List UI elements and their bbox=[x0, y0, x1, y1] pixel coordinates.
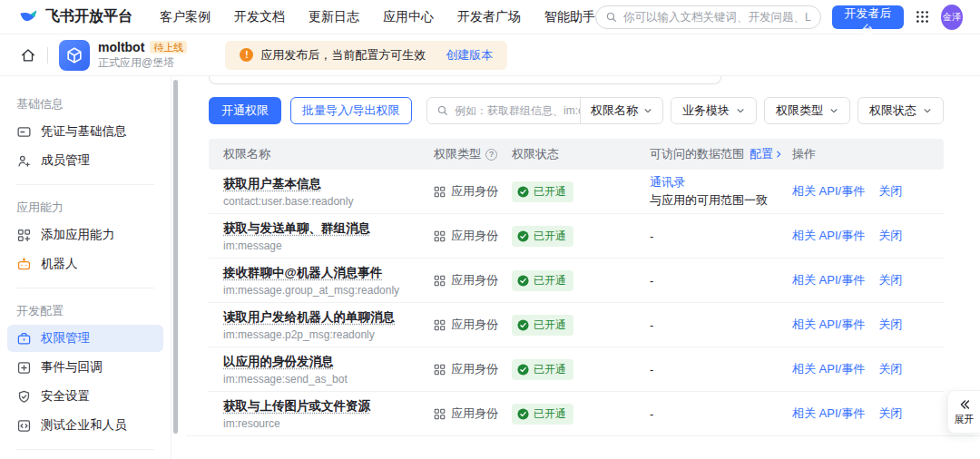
related-api-link[interactable]: 相关 API/事件 bbox=[792, 361, 865, 377]
check-circle-icon bbox=[517, 319, 529, 331]
filter-business-module[interactable]: 业务模块 bbox=[671, 97, 757, 124]
avatar[interactable]: 金泽 bbox=[941, 5, 963, 30]
permission-name[interactable]: 接收群聊中@机器人消息事件 bbox=[223, 265, 382, 281]
open-permission-button[interactable]: 开通权限 bbox=[209, 97, 281, 124]
check-circle-icon bbox=[517, 275, 529, 287]
create-version-link[interactable]: 创建版本 bbox=[446, 47, 493, 63]
sidebar-item-members[interactable]: 成员管理 bbox=[7, 147, 163, 174]
app-identity-icon bbox=[434, 186, 446, 198]
sidebar-item-test-users[interactable]: 测试企业和人员 bbox=[7, 412, 163, 439]
scope-text: 与应用的可用范围一致 bbox=[650, 192, 792, 209]
apps-grid-icon[interactable] bbox=[915, 9, 930, 24]
scope-text: - bbox=[650, 407, 792, 421]
scope-link[interactable]: 通讯录 bbox=[650, 174, 685, 190]
robot-icon bbox=[16, 257, 32, 272]
permission-toolbar: 开通权限 批量导入/导出权限 权限名称 业务模块 权限类型 bbox=[209, 97, 944, 124]
close-permission-link[interactable]: 关闭 bbox=[878, 317, 902, 333]
permission-search-input[interactable] bbox=[455, 104, 580, 117]
nav-link-assistant[interactable]: 智能助手 bbox=[544, 9, 595, 25]
search-field-selector[interactable]: 权限名称 bbox=[581, 103, 662, 119]
code-brackets-icon bbox=[16, 418, 32, 434]
permission-code: contact:user.base:readonly bbox=[223, 195, 434, 208]
related-api-link[interactable]: 相关 API/事件 bbox=[792, 317, 865, 333]
permission-name[interactable]: 获取用户基本信息 bbox=[223, 176, 321, 192]
row-operations: 相关 API/事件 关闭 bbox=[792, 405, 929, 422]
sidebar-item-security[interactable]: 安全设置 bbox=[7, 383, 163, 410]
filter-permission-type[interactable]: 权限类型 bbox=[764, 97, 850, 124]
chevron-down-icon bbox=[643, 106, 652, 115]
app-subtitle: 正式应用@堡塔 bbox=[98, 57, 187, 70]
sidebar-item-add-capability[interactable]: 添加应用能力 bbox=[7, 221, 163, 249]
related-api-link[interactable]: 相关 API/事件 bbox=[792, 228, 865, 244]
permission-name[interactable]: 获取与上传图片或文件资源 bbox=[223, 398, 370, 415]
scope-text: - bbox=[650, 274, 792, 288]
help-circle-icon[interactable]: ? bbox=[485, 149, 497, 161]
row-operations: 相关 API/事件 关闭 bbox=[792, 361, 929, 377]
divider bbox=[47, 47, 48, 63]
sidebar-section-capability: 应用能力 bbox=[16, 200, 171, 216]
check-circle-icon bbox=[517, 408, 529, 420]
close-permission-link[interactable]: 关闭 bbox=[878, 272, 902, 288]
related-api-link[interactable]: 相关 API/事件 bbox=[792, 183, 865, 200]
home-icon[interactable] bbox=[20, 47, 36, 63]
chevron-down-icon bbox=[923, 106, 932, 115]
related-api-link[interactable]: 相关 API/事件 bbox=[792, 405, 865, 422]
nav-link-changelog[interactable]: 更新日志 bbox=[309, 9, 359, 25]
global-search[interactable] bbox=[595, 5, 821, 29]
nav-link-app-center[interactable]: 应用中心 bbox=[383, 9, 434, 25]
check-circle-icon bbox=[517, 364, 529, 376]
expand-panel-button[interactable]: 展开 bbox=[947, 390, 980, 434]
close-permission-link[interactable]: 关闭 bbox=[878, 405, 902, 422]
permission-code: im:message bbox=[223, 239, 434, 252]
nav-link-dev-plaza[interactable]: 开发者广场 bbox=[457, 9, 521, 25]
permission-table-body: 获取用户基本信息 contact:user.base:readonly 应用身份… bbox=[209, 170, 944, 436]
sidebar-item-events[interactable]: 事件与回调 bbox=[7, 354, 163, 381]
close-permission-link[interactable]: 关闭 bbox=[878, 183, 902, 200]
sidebar: 基础信息 凭证与基础信息 成员管理 应用能力 添加应用能力 机器人 开发配置 权… bbox=[0, 76, 172, 459]
header-type: 权限类型 ? bbox=[434, 146, 512, 162]
global-search-input[interactable] bbox=[623, 11, 811, 24]
related-api-link[interactable]: 相关 API/事件 bbox=[792, 272, 865, 288]
sidebar-item-credentials[interactable]: 凭证与基础信息 bbox=[7, 118, 163, 145]
permission-code: im:message.group_at_msg:readonly bbox=[223, 284, 434, 297]
banner-text: 应用发布后，当前配置方可生效 bbox=[260, 47, 426, 63]
member-add-icon bbox=[16, 153, 32, 169]
publish-warning-banner: ! 应用发布后，当前配置方可生效 创建版本 bbox=[225, 41, 507, 70]
header-ops: 操作 bbox=[792, 146, 929, 162]
row-operations: 相关 API/事件 关闭 bbox=[792, 228, 929, 244]
header-name: 权限名称 bbox=[223, 146, 434, 162]
permission-type-cell: 应用身份 bbox=[434, 228, 512, 244]
close-permission-link[interactable]: 关闭 bbox=[878, 228, 902, 244]
row-operations: 相关 API/事件 关闭 bbox=[792, 272, 929, 288]
nav-link-docs[interactable]: 开发文档 bbox=[234, 9, 285, 25]
top-navbar: 飞书开放平台 客户案例 开发文档 更新日志 应用中心 开发者广场 智能助手 开发… bbox=[0, 0, 980, 34]
divider bbox=[16, 449, 154, 450]
sidebar-item-bot[interactable]: 机器人 bbox=[7, 250, 163, 278]
close-permission-link[interactable]: 关闭 bbox=[878, 361, 902, 377]
scope-text: - bbox=[650, 230, 792, 243]
scrollbar[interactable] bbox=[173, 80, 178, 434]
sidebar-section-basic: 基础信息 bbox=[16, 96, 171, 112]
status-badge: 已开通 bbox=[512, 315, 573, 336]
scrolled-card-edge bbox=[209, 76, 721, 84]
feishu-logo-icon bbox=[18, 6, 39, 27]
shield-check-icon bbox=[16, 389, 32, 405]
status-badge: 已开通 bbox=[512, 181, 573, 202]
main-content: 开通权限 批量导入/导出权限 权限名称 业务模块 权限类型 bbox=[172, 76, 980, 459]
permission-name[interactable]: 以应用的身份发消息 bbox=[223, 354, 334, 370]
briefcase-icon bbox=[16, 331, 32, 347]
brand[interactable]: 飞书开放平台 bbox=[18, 6, 132, 27]
dev-console-button[interactable]: 开发者后台 bbox=[832, 5, 905, 29]
nav-link-cases[interactable]: 客户案例 bbox=[160, 9, 211, 25]
filter-permission-status[interactable]: 权限状态 bbox=[858, 97, 944, 124]
app-identity-icon bbox=[434, 275, 446, 287]
permission-code: im:resource bbox=[223, 417, 434, 430]
app-identity-icon bbox=[434, 364, 446, 376]
permission-name[interactable]: 读取用户发给机器人的单聊消息 bbox=[223, 309, 395, 326]
permission-type-cell: 应用身份 bbox=[434, 317, 512, 333]
batch-import-export-button[interactable]: 批量导入/导出权限 bbox=[290, 97, 412, 124]
permission-name[interactable]: 获取与发送单聊、群组消息 bbox=[223, 220, 370, 237]
scope-config-link[interactable]: 配置 bbox=[750, 146, 783, 162]
sidebar-item-permissions[interactable]: 权限管理 bbox=[7, 325, 163, 352]
brand-title: 飞书开放平台 bbox=[45, 7, 132, 26]
